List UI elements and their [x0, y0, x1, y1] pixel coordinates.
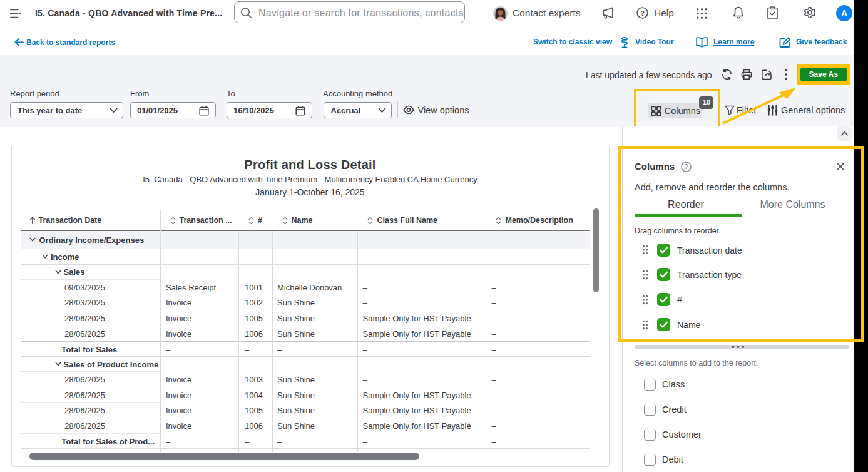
svg-text:?: ? [640, 9, 645, 17]
